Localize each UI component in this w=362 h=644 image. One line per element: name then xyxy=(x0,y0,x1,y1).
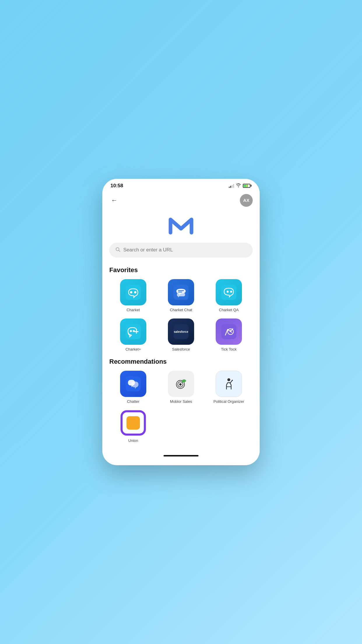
app-item-charket-chat[interactable]: Charket Chat xyxy=(157,279,205,313)
search-container xyxy=(102,243,260,266)
app-item-charket-qa[interactable]: Charket QA xyxy=(205,279,253,313)
app-label-salesforce: Salesforce xyxy=(172,347,190,352)
app-item-charket[interactable]: Charket xyxy=(109,279,157,313)
wifi-icon xyxy=(236,183,241,188)
svg-point-30 xyxy=(232,380,233,381)
recommendations-section: Recommendations Chatter xyxy=(102,358,260,449)
app-item-political[interactable]: Political Organizer xyxy=(205,371,253,404)
svg-rect-2 xyxy=(126,285,141,300)
svg-point-4 xyxy=(134,291,136,293)
recommendations-title: Recommendations xyxy=(109,358,253,365)
app-label-union: Union xyxy=(128,438,138,443)
app-logo xyxy=(168,214,194,236)
status-icons: ⚡ xyxy=(229,183,252,188)
app-label-tick-tock: Tick Tock xyxy=(221,347,236,352)
svg-point-12 xyxy=(130,330,132,332)
svg-text:salesforce: salesforce xyxy=(174,330,188,333)
search-bar[interactable] xyxy=(109,243,253,258)
app-icon-charket-qa xyxy=(216,279,242,305)
app-label-moblor: Moblor Sales xyxy=(170,399,192,404)
app-label-political: Political Organizer xyxy=(213,399,244,404)
top-nav: ← AX xyxy=(102,191,260,211)
svg-point-9 xyxy=(227,290,229,293)
svg-point-10 xyxy=(230,290,232,293)
app-icon-charket-plus xyxy=(120,318,146,345)
app-item-tick-tock[interactable]: Tick Tock xyxy=(205,318,253,352)
app-icon-tick-tock xyxy=(216,318,242,345)
svg-rect-18 xyxy=(221,324,236,339)
favorites-title: Favorites xyxy=(109,266,253,274)
home-indicator xyxy=(164,455,198,456)
phone-frame: 10:58 xyxy=(102,179,260,466)
app-icon-moblor xyxy=(168,371,194,397)
svg-point-3 xyxy=(130,291,132,293)
svg-line-1 xyxy=(119,250,120,251)
battery-icon: ⚡ xyxy=(243,184,252,188)
favorites-grid: Charket Charket Chat xyxy=(109,279,253,352)
app-label-charket: Charket xyxy=(126,308,140,313)
app-icon-charket-chat xyxy=(168,279,194,305)
app-item-salesforce[interactable]: salesforce Salesforce xyxy=(157,318,205,352)
app-label-charket-qa: Charket QA xyxy=(219,308,239,313)
favorites-section: Favorites Charket xyxy=(102,266,260,358)
svg-point-26 xyxy=(179,383,182,386)
app-item-charket-plus[interactable]: Charket+ xyxy=(109,318,157,352)
app-label-charket-chat: Charket Chat xyxy=(170,308,192,313)
back-button[interactable]: ← xyxy=(109,195,119,206)
svg-rect-7 xyxy=(178,292,182,293)
signal-icon xyxy=(229,184,234,188)
app-item-moblor[interactable]: Moblor Sales xyxy=(157,371,205,404)
svg-rect-32 xyxy=(126,416,140,430)
svg-point-28 xyxy=(227,378,230,381)
app-icon-salesforce: salesforce xyxy=(168,318,194,345)
app-item-chatter[interactable]: Chatter xyxy=(109,371,157,404)
recommendations-grid: Chatter Moblor Sales xyxy=(109,371,253,444)
svg-point-0 xyxy=(116,248,119,251)
avatar[interactable]: AX xyxy=(240,194,253,207)
app-label-charket-plus: Charket+ xyxy=(125,347,141,352)
search-input[interactable] xyxy=(123,247,247,253)
svg-rect-6 xyxy=(178,290,184,291)
app-item-union[interactable]: Union xyxy=(109,410,157,443)
status-time: 10:58 xyxy=(110,183,123,189)
app-icon-union xyxy=(120,410,146,436)
svg-rect-8 xyxy=(221,285,236,300)
status-bar: 10:58 xyxy=(102,179,260,191)
app-icon-charket xyxy=(120,279,146,305)
logo-section xyxy=(102,211,260,243)
search-icon xyxy=(115,247,120,253)
app-icon-chatter xyxy=(120,371,146,397)
app-icon-political xyxy=(216,371,242,397)
app-label-chatter: Chatter xyxy=(127,399,140,404)
